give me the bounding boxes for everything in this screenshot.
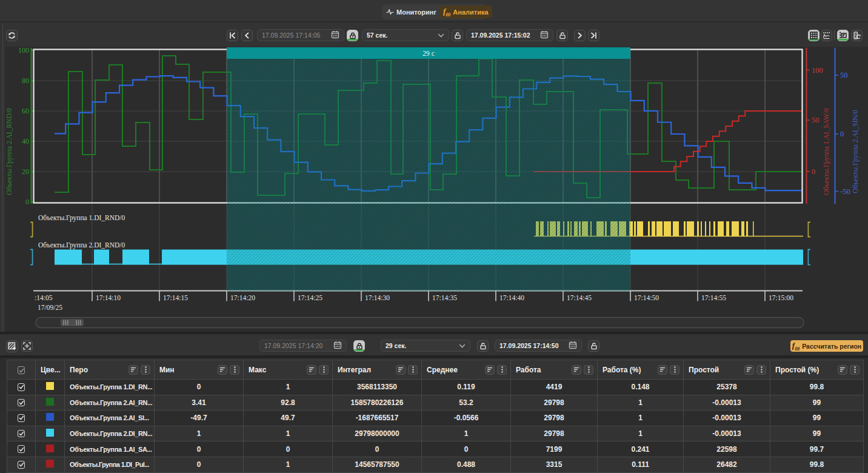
svg-text:17:14:25: 17:14:25	[298, 294, 322, 301]
svg-text:17:15:00: 17:15:00	[769, 294, 793, 301]
svg-text:Объекты.Группа 2.AI_SIN/0: Объекты.Группа 2.AI_SIN/0	[852, 110, 860, 193]
svg-text:Объекты.Группа 2.AI_RND/0: Объекты.Группа 2.AI_RND/0	[5, 108, 13, 195]
svg-text:Объекты.Группа 1.DI_RND/0: Объекты.Группа 1.DI_RND/0	[38, 214, 125, 222]
svg-text:0: 0	[25, 198, 29, 206]
svg-text:50: 50	[840, 71, 848, 79]
svg-text:Объекты.Группа 1.AI_SAW/0: Объекты.Группа 1.AI_SAW/0	[823, 108, 830, 195]
svg-text:17:14:20: 17:14:20	[230, 294, 255, 301]
svg-text:17:14:40: 17:14:40	[499, 294, 524, 301]
svg-text:80: 80	[22, 76, 29, 85]
svg-text:17:14:35: 17:14:35	[432, 294, 457, 301]
svg-text:Объекты.Группа 2.DI_RND/0: Объекты.Группа 2.DI_RND/0	[38, 241, 125, 249]
svg-text:17/09/25: 17/09/25	[38, 304, 62, 311]
svg-text:0: 0	[840, 130, 844, 138]
svg-text:40: 40	[22, 137, 29, 146]
svg-text::14:05: :14:05	[35, 294, 53, 301]
svg-text:17:14:15: 17:14:15	[163, 294, 188, 301]
svg-text:17:14:30: 17:14:30	[365, 294, 390, 301]
svg-text:17:14:50: 17:14:50	[634, 294, 659, 301]
svg-text:100: 100	[812, 66, 823, 75]
svg-text:60: 60	[22, 107, 29, 115]
svg-text:20: 20	[22, 167, 29, 176]
svg-text:50: 50	[812, 116, 820, 124]
svg-text:0: 0	[812, 167, 815, 176]
svg-text:17:14:10: 17:14:10	[96, 294, 121, 301]
svg-text:-50: -50	[840, 187, 850, 196]
svg-text:100: 100	[18, 47, 29, 55]
svg-text:17:14:45: 17:14:45	[567, 294, 592, 301]
svg-text:29 с: 29 с	[422, 50, 434, 57]
svg-text:17:14:55: 17:14:55	[701, 294, 726, 301]
